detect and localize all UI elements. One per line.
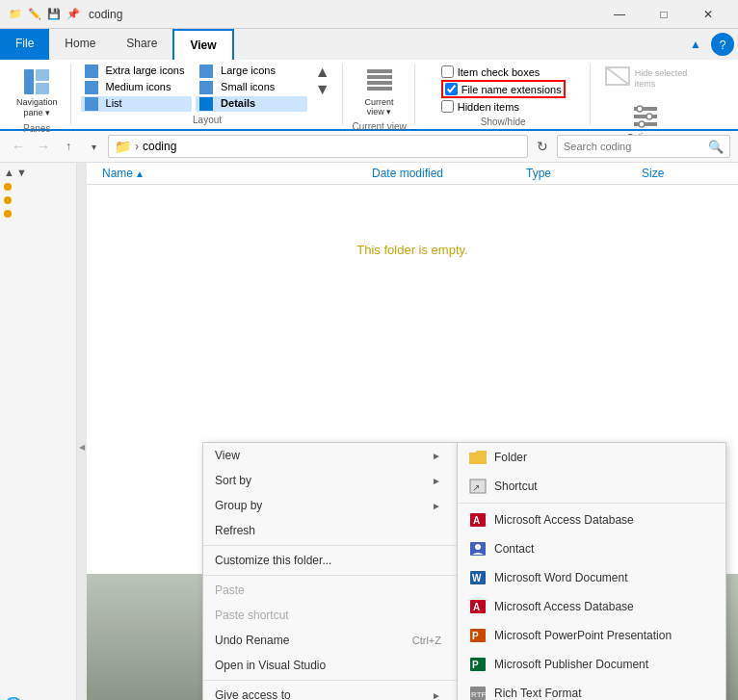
- menu-item-refresh[interactable]: Refresh: [203, 518, 457, 543]
- search-box[interactable]: 🔍: [557, 135, 730, 158]
- column-size[interactable]: Size: [642, 167, 723, 180]
- svg-rect-3: [367, 69, 392, 73]
- sidebar-dot-2: [4, 196, 12, 204]
- help-button[interactable]: ?: [711, 33, 734, 56]
- forward-button[interactable]: →: [33, 136, 54, 157]
- search-input[interactable]: [564, 141, 704, 152]
- hidden-items-input[interactable]: [441, 100, 454, 113]
- hide-selected-label: Hide selecteditems: [635, 68, 688, 90]
- submenu-access-db-1[interactable]: A Microsoft Access Database: [458, 506, 725, 534]
- network-icon: 🌐: [4, 696, 23, 700]
- menu-item-undo-rename[interactable]: Undo Rename Ctrl+Z: [203, 628, 457, 653]
- sidebar-item-2[interactable]: [0, 194, 76, 207]
- menu-sort-label: Sort by: [215, 474, 251, 487]
- sidebar: ▲ ▼ 🌐 ◀: [0, 163, 77, 700]
- save-icon: 💾: [46, 7, 62, 22]
- file-name-extensions-input[interactable]: [445, 83, 458, 95]
- new-submenu: Folder ↗ Shortcut: [457, 442, 726, 700]
- file-name-extensions-row[interactable]: File name extensions: [441, 80, 566, 98]
- layout-extra-large[interactable]: Extra large icons: [81, 64, 193, 79]
- ppt-icon: P: [469, 627, 487, 644]
- layout-medium-icons[interactable]: Medium icons: [81, 80, 193, 95]
- refresh-button[interactable]: ↻: [532, 136, 553, 157]
- pin-icon: 📌: [66, 7, 81, 22]
- submenu-contact[interactable]: Contact: [458, 534, 725, 563]
- submenu-word[interactable]: W Microsoft Word Document: [458, 563, 725, 592]
- sidebar-collapse-handle[interactable]: ◀: [77, 163, 87, 700]
- minimize-button[interactable]: —: [597, 0, 642, 29]
- content-area: Name ▲ Date modified Type Size This fold…: [87, 163, 738, 700]
- column-headers: Name ▲ Date modified Type Size: [87, 163, 738, 185]
- up-ribbon-button[interactable]: ▲: [684, 36, 707, 53]
- breadcrumb-folder: coding: [143, 140, 176, 153]
- access-icon-1: A: [469, 511, 487, 529]
- tab-home[interactable]: Home: [49, 29, 111, 60]
- menu-item-group-by[interactable]: Group by ►: [203, 493, 457, 518]
- submenu-ppt[interactable]: P Microsoft PowerPoint Presentation: [458, 621, 725, 650]
- hide-selected-items-button[interactable]: Hide selecteditems: [600, 64, 692, 94]
- sidebar-up-arrow[interactable]: ▲: [4, 167, 14, 178]
- close-button[interactable]: ✕: [686, 0, 730, 29]
- ribbon-group-current-view: Currentview ▾ Current view: [345, 64, 415, 125]
- submenu-shortcut[interactable]: ↗ Shortcut: [458, 472, 725, 501]
- menu-sort-arrow: ►: [432, 476, 441, 486]
- menu-view-label: View: [215, 449, 240, 462]
- hidden-items-row[interactable]: Hidden items: [441, 100, 566, 113]
- current-view-button[interactable]: Currentview ▾: [359, 64, 400, 119]
- sidebar-expand-row: ▲ ▼: [0, 163, 76, 180]
- sidebar-down-arrow[interactable]: ▼: [16, 167, 27, 178]
- submenu-access-db-2[interactable]: A Microsoft Access Database: [458, 592, 725, 621]
- panes-content: Navigationpane ▾: [12, 64, 63, 121]
- menu-item-give-access[interactable]: Give access to ►: [203, 683, 457, 700]
- empty-message-text: This folder is empty.: [356, 243, 467, 257]
- layout-scroll-up[interactable]: ▲: [315, 64, 330, 81]
- show-hide-label: Show/hide: [481, 117, 526, 127]
- column-name[interactable]: Name ▲: [102, 167, 372, 180]
- tab-share[interactable]: Share: [111, 29, 172, 60]
- column-date-modified[interactable]: Date modified: [372, 167, 526, 180]
- dropdown-button[interactable]: ▾: [83, 136, 104, 157]
- up-directory-button[interactable]: ↑: [58, 136, 79, 157]
- item-check-boxes-input[interactable]: [441, 65, 454, 78]
- sidebar-item-3[interactable]: [0, 207, 76, 220]
- svg-text:P: P: [472, 631, 479, 641]
- menu-item-paste-shortcut[interactable]: Paste shortcut: [203, 603, 457, 628]
- layout-scroll-down[interactable]: ▼: [315, 81, 330, 98]
- menu-item-customize[interactable]: Customize this folder...: [203, 548, 457, 573]
- menu-item-open-vs[interactable]: Open in Visual Studio: [203, 653, 457, 678]
- submenu-pub[interactable]: P Microsoft Publisher Document: [458, 650, 725, 679]
- menu-item-sort-by[interactable]: Sort by ►: [203, 468, 457, 493]
- layout-large-icons[interactable]: Large icons: [196, 64, 307, 79]
- column-size-label: Size: [642, 167, 664, 180]
- sidebar-item-1[interactable]: [0, 180, 76, 194]
- layout-list[interactable]: List: [81, 96, 193, 112]
- svg-text:P: P: [472, 660, 479, 670]
- menu-separator-2: [203, 575, 457, 576]
- folder-breadcrumb-icon: 📁: [115, 139, 131, 154]
- layout-details[interactable]: Details: [196, 96, 307, 112]
- column-type[interactable]: Type: [526, 167, 642, 180]
- layout-content: Extra large icons Medium icons List Larg…: [81, 64, 334, 113]
- menu-item-view[interactable]: View ►: [203, 443, 457, 468]
- menu-item-paste[interactable]: Paste: [203, 578, 457, 603]
- menu-paste-shortcut-label: Paste shortcut: [215, 609, 289, 622]
- item-check-boxes-row[interactable]: Item check boxes: [441, 65, 566, 78]
- contact-icon: [469, 540, 487, 557]
- maximize-button[interactable]: □: [642, 0, 686, 29]
- menu-undo-shortcut: Ctrl+Z: [412, 635, 441, 646]
- title-bar: 📁 ✏️ 💾 📌 coding — □ ✕: [0, 0, 738, 29]
- layout-options: Extra large icons Medium icons List: [81, 64, 193, 112]
- submenu-rtf[interactable]: RTF Rich Text Format: [458, 679, 725, 700]
- sidebar-item-network[interactable]: 🌐: [0, 693, 76, 700]
- submenu-access-2-label: Microsoft Access Database: [494, 600, 634, 613]
- tab-file[interactable]: File: [0, 29, 49, 60]
- pub-icon: P: [469, 656, 487, 673]
- address-path[interactable]: 📁 › coding: [108, 135, 528, 158]
- back-button[interactable]: ←: [8, 136, 29, 157]
- submenu-pub-label: Microsoft Publisher Document: [494, 658, 648, 671]
- submenu-folder[interactable]: Folder: [458, 443, 725, 472]
- word-icon: W: [469, 569, 487, 586]
- navigation-pane-button[interactable]: Navigationpane ▾: [12, 64, 63, 121]
- layout-small-icons[interactable]: Small icons: [196, 80, 307, 95]
- tab-view[interactable]: View: [172, 29, 233, 60]
